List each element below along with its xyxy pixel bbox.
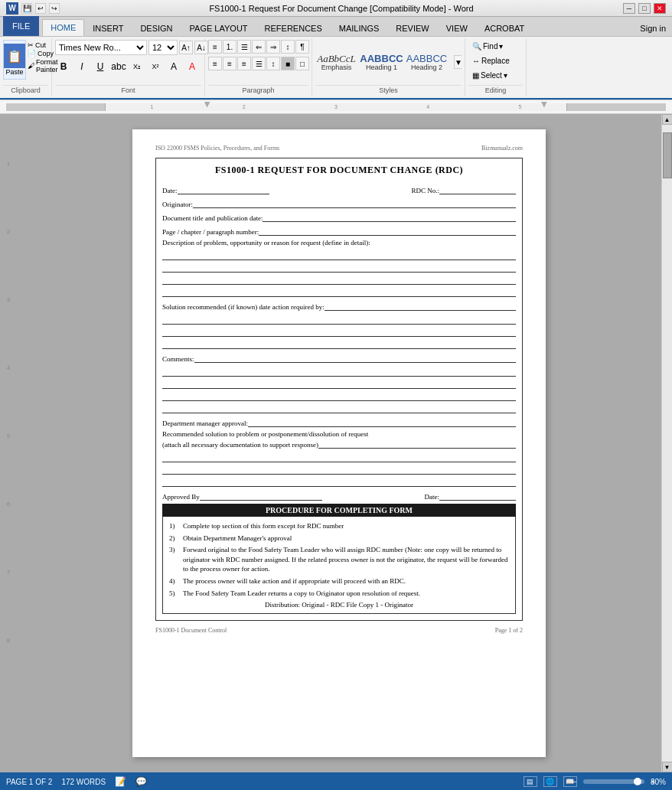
decrease-indent-button[interactable]: ⇐ bbox=[252, 40, 266, 54]
paste-button[interactable]: 📋 Paste bbox=[3, 40, 26, 80]
increase-font-button[interactable]: A↑ bbox=[179, 41, 193, 54]
zoom-thumb[interactable] bbox=[634, 778, 641, 785]
style-heading2[interactable]: AABBCC Heading 2 bbox=[406, 51, 448, 73]
solution-line-3[interactable] bbox=[162, 338, 516, 349]
page-chapter-row: Page / chapter / paragraph number: bbox=[162, 225, 516, 236]
form-title: FS1000-1 REQUEST FOR DOCUMENT CHANGE (RD… bbox=[162, 165, 516, 176]
align-center-button[interactable]: ≡ bbox=[223, 57, 237, 70]
restore-button[interactable]: □ bbox=[638, 3, 651, 14]
style-emphasis[interactable]: AaBbCcL Emphasis bbox=[315, 51, 357, 73]
replace-icon: ↔ bbox=[472, 57, 480, 65]
comments-line-top[interactable] bbox=[194, 352, 516, 363]
text-highlight-button[interactable]: A bbox=[165, 58, 182, 75]
editing-label: Editing bbox=[468, 85, 523, 95]
borders-button[interactable]: □ bbox=[295, 57, 309, 70]
tab-acrobat[interactable]: ACROBAT bbox=[476, 19, 533, 36]
tab-insert[interactable]: INSERT bbox=[84, 19, 132, 36]
bullets-button[interactable]: ≡ bbox=[208, 40, 222, 54]
tab-mailings[interactable]: MAILINGS bbox=[331, 19, 388, 36]
scroll-up-button[interactable]: ▲ bbox=[662, 114, 673, 125]
zoom-slider[interactable]: − + bbox=[583, 779, 644, 784]
tab-home[interactable]: HOME bbox=[42, 19, 84, 36]
close-button[interactable]: ✕ bbox=[654, 3, 666, 14]
zoom-plus-button[interactable]: + bbox=[651, 778, 655, 786]
align-right-button[interactable]: ≡ bbox=[237, 57, 251, 70]
comment-icon[interactable]: 💬 bbox=[135, 776, 147, 787]
show-formatting-button[interactable]: ¶ bbox=[295, 40, 309, 54]
numbering-button[interactable]: 1. bbox=[223, 40, 237, 54]
procedure-body: 1) Complete top section of this form exc… bbox=[162, 517, 516, 614]
italic-button[interactable]: I bbox=[73, 58, 90, 75]
quick-access-redo[interactable]: ↪ bbox=[49, 3, 60, 14]
comments-line-3[interactable] bbox=[162, 390, 516, 401]
rdc-no-line[interactable] bbox=[439, 184, 516, 194]
description-line-3[interactable] bbox=[162, 274, 516, 285]
recommended-line-3[interactable] bbox=[162, 476, 516, 487]
attach-line[interactable] bbox=[318, 438, 516, 449]
scroll-down-button[interactable]: ▼ bbox=[662, 762, 673, 772]
signin-link[interactable]: Sign in bbox=[634, 21, 672, 36]
description-line-4[interactable] bbox=[162, 286, 516, 297]
description-line-2[interactable] bbox=[162, 262, 516, 273]
subscript-button[interactable]: X₂ bbox=[129, 58, 145, 75]
tab-view[interactable]: VIEW bbox=[438, 19, 476, 36]
recommended-line-2[interactable] bbox=[162, 464, 516, 475]
shading-button[interactable]: ■ bbox=[281, 57, 295, 70]
comments-line-1[interactable] bbox=[162, 366, 516, 377]
vertical-scrollbar[interactable]: ▲ ▼ bbox=[661, 114, 672, 772]
file-tab[interactable]: FILE bbox=[3, 16, 39, 36]
solution-line-1[interactable] bbox=[162, 314, 516, 325]
tab-references[interactable]: REFERENCES bbox=[256, 19, 331, 36]
zoom-minus-button[interactable]: − bbox=[573, 778, 577, 786]
font-size-select[interactable]: 12 bbox=[148, 40, 178, 55]
page-info: PAGE 1 OF 2 bbox=[6, 778, 52, 786]
quick-access-undo[interactable]: ↩ bbox=[35, 3, 46, 14]
tab-design[interactable]: DESIGN bbox=[132, 19, 181, 36]
recommended-line-1[interactable] bbox=[162, 452, 516, 462]
description-line-1[interactable] bbox=[162, 250, 516, 260]
find-button[interactable]: 🔍 Find ▾ bbox=[468, 40, 507, 53]
comments-line-4[interactable] bbox=[162, 403, 516, 413]
solution-line-top[interactable] bbox=[325, 300, 516, 311]
statusbar-right: ▤ 🌐 📖 − + 80% bbox=[524, 776, 666, 787]
view-web-button[interactable]: 🌐 bbox=[543, 776, 557, 787]
paragraph-label: Paragraph bbox=[208, 85, 308, 95]
tab-page-layout[interactable]: PAGE LAYOUT bbox=[181, 19, 256, 36]
approved-by-label: Approved By bbox=[162, 493, 200, 501]
tab-review[interactable]: REVIEW bbox=[387, 19, 437, 36]
bold-button[interactable]: B bbox=[55, 58, 72, 75]
sort-button[interactable]: ↕ bbox=[281, 40, 295, 54]
increase-indent-button[interactable]: ⇒ bbox=[266, 40, 280, 54]
align-left-button[interactable]: ≡ bbox=[208, 57, 222, 70]
proofing-icon[interactable]: 📝 bbox=[115, 776, 126, 787]
comments-area: Comments: bbox=[162, 352, 516, 413]
style-heading1[interactable]: AABBCC Heading 1 bbox=[360, 51, 403, 73]
comments-line-2[interactable] bbox=[162, 378, 516, 389]
font-name-select[interactable]: Times New Ro... bbox=[55, 40, 147, 55]
underline-button[interactable]: U bbox=[92, 58, 109, 75]
document-page: ISO 22000 FSMS Policies, Procedures, and… bbox=[132, 129, 546, 757]
justify-button[interactable]: ☰ bbox=[252, 57, 266, 70]
view-print-button[interactable]: ▤ bbox=[524, 776, 537, 787]
styles-scroll-button[interactable]: ▼ bbox=[454, 55, 462, 69]
multilevel-button[interactable]: ☰ bbox=[237, 40, 251, 54]
dept-approval-line[interactable] bbox=[248, 416, 516, 427]
document-area[interactable]: ISO 22000 FSMS Policies, Procedures, and… bbox=[17, 114, 661, 772]
replace-button[interactable]: ↔ Replace bbox=[468, 54, 514, 67]
date-line[interactable] bbox=[178, 184, 269, 194]
scroll-track[interactable] bbox=[662, 125, 673, 762]
select-button[interactable]: ▦ Select ▾ bbox=[468, 69, 511, 82]
scroll-thumb[interactable] bbox=[663, 132, 672, 178]
doc-title-line[interactable] bbox=[263, 211, 516, 222]
approved-date-line[interactable] bbox=[439, 490, 516, 501]
approved-by-line[interactable] bbox=[200, 490, 322, 501]
font-color-button[interactable]: A bbox=[184, 58, 201, 75]
line-spacing-button[interactable]: ↕ bbox=[266, 57, 280, 70]
strikethrough-button[interactable]: abc bbox=[110, 58, 127, 75]
page-chapter-line[interactable] bbox=[259, 225, 516, 236]
superscript-button[interactable]: X² bbox=[147, 58, 164, 75]
minimize-button[interactable]: ─ bbox=[623, 3, 635, 14]
originator-line[interactable] bbox=[193, 198, 516, 208]
quick-access-save[interactable]: 💾 bbox=[21, 3, 32, 14]
solution-line-2[interactable] bbox=[162, 326, 516, 337]
